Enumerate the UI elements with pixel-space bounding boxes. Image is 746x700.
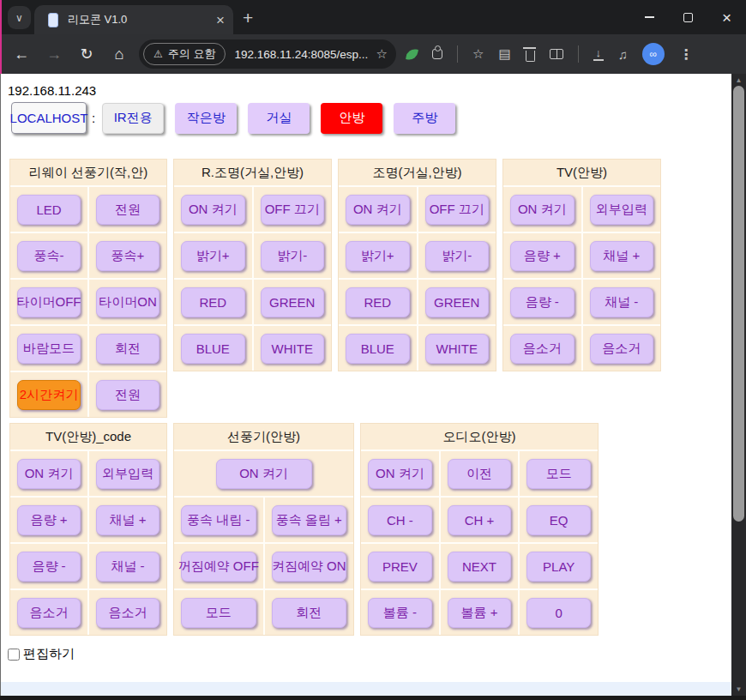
remote-button[interactable]: 밝기-	[261, 241, 325, 271]
remote-button[interactable]: 음소거	[17, 598, 81, 628]
remote-button[interactable]: OFF 끄기	[425, 195, 490, 225]
remote-button[interactable]: 전원	[96, 380, 159, 410]
panel-title: 리웨이 선풍기(작,안)	[10, 160, 166, 185]
remote-button[interactable]: 0	[526, 598, 591, 628]
remote-button[interactable]: 볼륨 -	[368, 598, 432, 628]
remote-button[interactable]: 풍속+	[96, 241, 159, 271]
close-window-button[interactable]: ×	[707, 0, 746, 34]
extension-leaf-icon[interactable]	[406, 49, 418, 60]
forward-button[interactable]: →	[38, 45, 70, 63]
localhost-button[interactable]: LOCALHOST	[11, 102, 87, 134]
remote-button[interactable]: 음소거	[510, 334, 575, 364]
address-bar[interactable]: ⚠ 주의 요함 192.168.11.24:8085/esp... ☆	[139, 39, 396, 69]
room-button[interactable]: 주방	[394, 103, 455, 134]
remote-button[interactable]: ON 켜기	[216, 459, 312, 489]
remote-button[interactable]: 2시간켜기	[17, 380, 81, 410]
remote-button[interactable]: RED	[346, 287, 410, 317]
remote-button[interactable]: RED	[181, 287, 245, 317]
remote-button[interactable]: 밝기+	[181, 241, 245, 271]
browser-menu-button[interactable]: ⋮	[679, 46, 693, 63]
page-scrollbar[interactable]: ▲ ▼	[731, 74, 746, 700]
remote-button[interactable]: BLUE	[346, 334, 410, 364]
new-tab-button[interactable]: +	[243, 8, 253, 28]
remote-button[interactable]: 타이머ON	[96, 287, 159, 317]
remote-button[interactable]: ON 켜기	[17, 459, 81, 489]
scroll-up-icon[interactable]: ▲	[731, 74, 746, 86]
media-control-button[interactable]: ♫	[618, 47, 628, 62]
remote-button[interactable]: CH -	[368, 505, 432, 535]
remote-button[interactable]: 밝기-	[425, 241, 490, 271]
remote-button[interactable]: 채널 +	[96, 505, 159, 535]
room-button[interactable]: 거실	[248, 103, 310, 134]
reading-list-button[interactable]: ▤	[498, 46, 510, 62]
side-panel-star-button[interactable]: ☆	[472, 46, 484, 62]
remote-button[interactable]: CH +	[448, 505, 512, 535]
remote-button[interactable]: 풍속 올림 +	[272, 505, 347, 535]
bottom-input-bar[interactable]	[1, 682, 731, 696]
remote-button[interactable]: BLUE	[181, 334, 245, 364]
remote-button[interactable]: 풍속-	[17, 241, 81, 271]
remote-button[interactable]: 타이머OFF	[17, 287, 81, 317]
refresh-button[interactable]: ↻	[70, 45, 103, 63]
remote-button[interactable]: 외부입력	[590, 195, 654, 225]
remote-button[interactable]: ON 켜기	[181, 195, 245, 225]
remote-button[interactable]: EQ	[526, 505, 591, 535]
trash-button[interactable]	[526, 47, 535, 62]
remote-button[interactable]: 켜짐예약 ON	[272, 552, 347, 582]
reading-mode-button[interactable]	[550, 49, 563, 59]
remote-button[interactable]: ON 켜기	[346, 195, 410, 225]
remote-button[interactable]: 음소거	[590, 334, 654, 364]
remote-button[interactable]: ON 켜기	[368, 459, 432, 489]
room-button[interactable]: IR전용	[102, 103, 164, 134]
remote-button[interactable]: WHITE	[425, 334, 490, 364]
tab-search-button[interactable]: ∨	[8, 6, 31, 29]
remote-button[interactable]: OFF 끄기	[261, 195, 325, 225]
remote-button[interactable]: 꺼짐예약 OFF	[181, 552, 256, 582]
remote-button[interactable]: 음량 -	[17, 552, 81, 582]
remote-button[interactable]: 바람모드	[17, 334, 81, 364]
security-warning-badge[interactable]: ⚠ 주의 요함	[143, 43, 226, 65]
remote-button[interactable]: 회전	[96, 334, 159, 364]
bookmark-star-icon[interactable]: ☆	[376, 46, 388, 62]
minimize-button[interactable]	[630, 0, 669, 34]
remote-button[interactable]: ON 켜기	[510, 195, 575, 225]
remote-button[interactable]: 음량 -	[510, 287, 575, 317]
maximize-button[interactable]	[669, 0, 707, 34]
remote-button[interactable]: PLAY	[526, 552, 591, 582]
profile-avatar[interactable]: ∞	[642, 43, 665, 65]
remote-button[interactable]: 모드	[181, 598, 256, 628]
remote-button[interactable]: GREEN	[425, 287, 490, 317]
remote-button[interactable]: 외부입력	[96, 459, 159, 489]
tab-close-icon[interactable]: ×	[216, 13, 225, 27]
remote-button[interactable]: NEXT	[448, 552, 512, 582]
remote-button[interactable]: GREEN	[261, 287, 325, 317]
remote-button[interactable]: 회전	[272, 598, 347, 628]
room-button[interactable]: 작은방	[175, 103, 237, 134]
remote-button[interactable]: 채널 +	[590, 241, 654, 271]
remote-button[interactable]: LED	[17, 195, 81, 225]
room-button[interactable]: 안방	[321, 103, 382, 134]
remote-button[interactable]: 음소거	[96, 598, 159, 628]
remote-button[interactable]: 채널 -	[96, 552, 159, 582]
browser-tab[interactable]: 리모콘 V1.0 ×	[34, 5, 233, 34]
remote-button[interactable]: PREV	[368, 552, 432, 582]
remote-button[interactable]: 채널 -	[590, 287, 654, 317]
remote-button[interactable]: 풍속 내림 -	[181, 505, 256, 535]
remote-button[interactable]: 음량 +	[17, 505, 81, 535]
remote-button[interactable]: 이전	[448, 459, 512, 489]
panel-cell: 켜짐예약 ON	[265, 544, 354, 588]
home-button[interactable]: ⌂	[103, 45, 135, 63]
remote-button[interactable]: 전원	[96, 195, 159, 225]
remote-button[interactable]: 밝기+	[346, 241, 410, 271]
downloads-button[interactable]: ↓	[593, 48, 604, 61]
scrollbar-thumb[interactable]	[733, 86, 744, 522]
back-button[interactable]: ←	[5, 45, 38, 63]
remote-button[interactable]: 볼륨 +	[448, 598, 512, 628]
remote-button[interactable]: WHITE	[261, 334, 325, 364]
scroll-down-icon[interactable]: ▼	[731, 683, 746, 695]
panel-cell: WHITE	[254, 326, 332, 371]
remote-button[interactable]: 음량 +	[510, 241, 575, 271]
extensions-button[interactable]	[432, 49, 442, 59]
remote-button[interactable]: 모드	[526, 459, 591, 489]
edit-checkbox[interactable]	[8, 649, 20, 661]
